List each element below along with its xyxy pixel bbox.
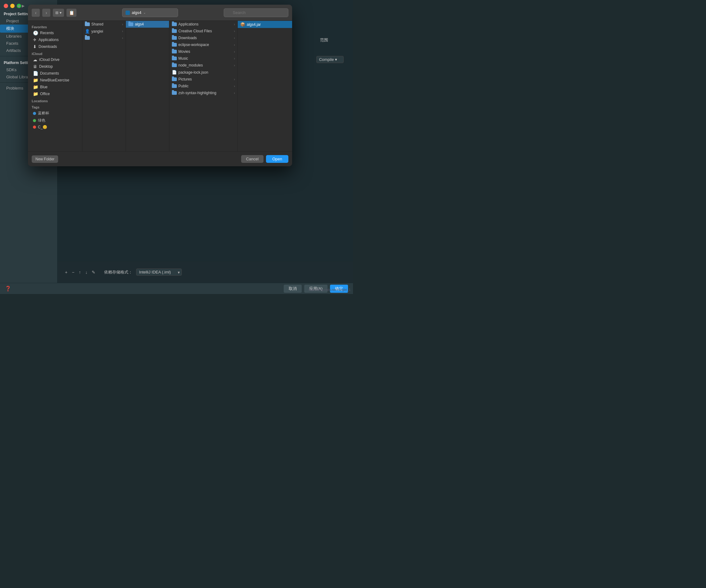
traffic-light-yellow[interactable] [10,4,14,8]
browser-label-algs4jar: algs4.jar [247,23,261,27]
dlg-item-recents[interactable]: 🕐 Recents [29,30,81,36]
tag-red-label: C_😊 [38,125,47,129]
dialog-browser: Shared › 👤 yanglei › › [82,21,292,151]
newblueexercise-icon: 📁 [33,78,38,83]
traffic-light-red[interactable] [4,4,8,8]
view-icon: ⊞ [55,10,58,15]
dlg-tag-green[interactable]: 绿色 [29,117,81,124]
browser-label-creative-cloud: Creative Cloud Files [179,29,212,33]
browser-item-eclipse[interactable]: eclipse-workspace › [169,41,237,48]
documents-label: Documents [40,71,59,76]
dep-up-btn[interactable]: ↑ [77,269,82,275]
browser-col-algs4: Applications › Creative Cloud Files › Do… [169,21,238,151]
browser-item-zsh[interactable]: zsh-syntax-highlighting › [169,89,237,96]
browser-item-applications[interactable]: Applications › [169,21,237,28]
browser-item-movies[interactable]: Movies › [169,48,237,55]
chevron-downloads: › [234,36,235,40]
browser-col-yanglei: algs4 › [126,21,169,151]
location-chevron-icon: ⌄ [143,11,146,14]
browser-item-public[interactable]: Public › [169,83,237,89]
browser-label-pictures: Pictures [179,77,192,81]
dialog-back-btn[interactable]: ‹ [32,9,40,17]
browser-item-pictures[interactable]: Pictures › [169,76,237,83]
folder-icon-empty [85,36,90,40]
folder-icon-downloads [172,36,177,40]
browser-item-algs4[interactable]: algs4 › [126,21,169,28]
dep-down-btn[interactable]: ↓ [84,269,88,275]
browser-label-eclipse: eclipse-workspace [179,43,209,47]
browser-item-yanglei[interactable]: 👤 yanglei › [82,28,125,35]
browser-label-shared: Shared [91,22,104,27]
dialog-location-bar[interactable]: algs4 ⌄ [122,8,178,17]
help-icon[interactable]: ❓ [5,286,11,291]
chevron-eclipse: › [234,43,235,47]
browser-item-algs4jar[interactable]: 📦 algs4.jar [238,21,292,28]
dialog-sidebar: Favorites 🕐 Recents ✈ Applications ⬇ Dow… [28,21,82,151]
browser-label-algs4: algs4 [135,22,144,27]
browser-item-package-lock[interactable]: 📄 package-lock.json [169,69,237,76]
dlg-item-desktop[interactable]: 🖥 Desktop [29,63,81,70]
dialog-action-icon-btn[interactable]: 📋 [67,9,76,17]
browser-item-node-modules[interactable]: node_modules › [169,62,237,69]
browser-label-node-modules: node_modules [179,63,203,68]
dialog-search-input[interactable] [224,8,288,17]
tag-green-dot [33,119,36,122]
browser-label-zsh: zsh-syntax-highlighting [179,91,216,95]
dep-format-select[interactable]: IntelliJ IDEA (.iml) Eclipse (.classpath… [136,269,182,276]
compile-dropdown[interactable]: Compile ▾ [316,56,344,63]
dlg-item-office[interactable]: 📁 Office [29,90,81,97]
dep-remove-btn[interactable]: − [71,269,76,275]
dialog-action-buttons: Cancel Open [241,155,288,163]
chevron-movies: › [234,50,235,53]
dialog-open-btn[interactable]: Open [266,155,288,163]
folder-icon-zsh [172,91,177,95]
dlg-item-downloads[interactable]: ⬇ Downloads [29,43,81,50]
dlg-item-blue[interactable]: 📁 Blue [29,84,81,90]
dlg-item-icloud-drive[interactable]: ☁ iCloud Drive [29,56,81,63]
sidebar-nav-back[interactable]: ◀ [17,4,20,8]
status-cancel-btn[interactable]: 取消 [284,285,302,293]
tag-blue-label: 蓝桥杯 [38,111,49,116]
tag-red-dot [33,125,36,129]
browser-item-music[interactable]: Music › [169,55,237,62]
downloads-label: Downloads [39,44,57,49]
status-url: https://blog.csdn.net/Yanglei_1 [308,288,351,291]
dlg-item-newblueexercise[interactable]: 📁 NewBlueExercise [29,77,81,84]
chevron-algs4: › [166,23,166,26]
browser-label-public: Public [179,84,189,88]
chevron-node-modules: › [234,64,235,67]
dialog-forward-btn[interactable]: › [42,9,50,17]
folder-icon-node-modules [172,64,177,67]
dep-add-btn[interactable]: + [64,269,69,275]
new-folder-btn[interactable]: New Folder [32,155,58,163]
dlg-tag-red[interactable]: C_😊 [29,124,81,130]
browser-item-creative-cloud[interactable]: Creative Cloud Files › [169,28,237,35]
dlg-item-documents[interactable]: 📄 Documents [29,70,81,77]
browser-label-music: Music [179,56,188,61]
tag-blue-dot [33,112,36,115]
browser-item-shared[interactable]: Shared › [82,21,125,28]
chevron-yanglei: › [122,30,123,33]
dialog-cancel-btn[interactable]: Cancel [241,155,264,163]
icloud-header: iCloud [28,50,82,56]
file-icon-package-lock: 📄 [172,70,177,75]
icloud-drive-icon: ☁ [33,57,37,62]
dep-icon-group: + − ↑ ↓ ✎ [64,269,96,275]
applications-label: Applications [39,38,59,42]
dlg-item-applications[interactable]: ✈ Applications [29,36,81,43]
folder-icon-movies [172,50,177,53]
desktop-icon: 🖥 [33,64,37,69]
view-dropdown-arrow: ▾ [60,10,62,15]
blue-icon: 📁 [33,84,38,89]
sidebar-nav: ◀ ▶ [17,4,25,8]
file-dialog: ‹ › ⊞ ▾ 📋 algs4 ⌄ 🔍 Favorites 🕐 Rece [28,5,292,166]
browser-item-empty[interactable]: › [82,35,125,41]
folder-icon-shared [85,23,90,26]
dep-edit-btn[interactable]: ✎ [90,269,96,275]
sidebar-nav-forward[interactable]: ▶ [22,4,25,8]
chevron-pictures: › [234,78,235,81]
dlg-tag-blue[interactable]: 蓝桥杯 [29,110,81,117]
browser-item-downloads[interactable]: Downloads › [169,35,237,41]
dep-select-wrapper: IntelliJ IDEA (.iml) Eclipse (.classpath… [136,269,182,276]
dialog-view-btn[interactable]: ⊞ ▾ [53,9,64,17]
